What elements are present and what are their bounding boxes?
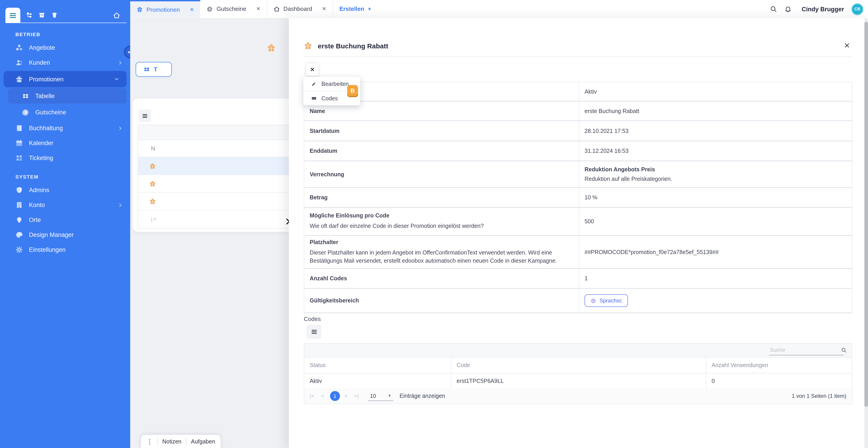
sidebar-item-admins[interactable]: Admins (0, 183, 130, 197)
detail-label: Enddatum (310, 148, 571, 154)
tree-icon[interactable] (26, 12, 33, 19)
sidebar-item-label: Buchhaltung (29, 125, 63, 132)
dock-divider (157, 438, 158, 445)
sidebar-item-label: Konto (29, 202, 45, 209)
pagination-last-button[interactable]: >| (354, 393, 359, 399)
palette-icon (16, 231, 23, 239)
context-menu-close-button[interactable]: ✕ (306, 63, 319, 76)
table-pagination: |< (138, 210, 289, 228)
detail-label-cell: Gültigkeitsbereich (304, 289, 579, 312)
sidebar-item-promotionen[interactable]: Promotionen (4, 71, 127, 87)
sidebar-item-label: Promotionen (29, 76, 64, 83)
shortcut-badge: B (347, 85, 358, 96)
pagination-next-button[interactable]: > (344, 393, 348, 399)
tab-bar: Promotionen✕$Gutscheine✕Dashboard✕Erstel… (130, 0, 378, 18)
tab-close-icon[interactable]: ✕ (256, 6, 260, 12)
sidebar-item-angebote[interactable]: Angebote (0, 40, 130, 55)
tab-dashboard[interactable]: Dashboard✕ (267, 0, 333, 18)
tab-close-icon[interactable]: ✕ (322, 6, 326, 12)
sidebar-item-label: Einstellungen (29, 246, 66, 253)
sidebar-item-kalender[interactable]: Kalender (0, 136, 130, 151)
avatar[interactable]: CB (851, 3, 864, 15)
gift-icon (149, 180, 156, 187)
codes-pagination: |< < 1 > >| 10 ▼ Einträge anzeigen 1 von… (304, 388, 852, 404)
sidebar-item-gutscheine[interactable]: $Gutscheine (8, 104, 127, 120)
codes-cell: erst1TPC5P6A9LL (451, 374, 706, 388)
language-scope-chip[interactable]: Sprachsc (585, 294, 628, 307)
sidebar-item-ticketing[interactable]: Ticketing (0, 151, 130, 165)
menu-item-label: Codes (321, 95, 338, 101)
chevron-right-icon (118, 60, 123, 65)
sidebar-item-orte[interactable]: Orte (0, 213, 130, 227)
detail-value-cell: 28.10.2021 17:53 (579, 121, 852, 140)
detail-value-cell: 500 (579, 208, 852, 235)
search-icon[interactable] (841, 347, 847, 353)
background-page: T N |< (130, 18, 289, 448)
gift-icon (16, 75, 23, 83)
tab-erstellen[interactable]: Erstellen+ (333, 0, 378, 18)
codes-column-header: Code (451, 358, 706, 373)
bell-icon[interactable] (784, 5, 792, 13)
table-icon (143, 66, 150, 73)
panel-collapse-chevron-icon[interactable] (284, 218, 289, 225)
sidebar-item-label: Design Manager (29, 231, 74, 238)
detail-value-cell: 31.12.2024 16:53 (579, 141, 852, 160)
detail-value: ##PROMOCODE*promotion_f0e72a78e5ef_55139… (585, 249, 846, 255)
detail-row: Nameerste Buchung Rabatt (304, 102, 852, 121)
codes-table: StatusCodeAnzahl Verwendungen Aktiverst1… (304, 343, 852, 404)
promotion-detail-panel: erste Buchung Rabatt ✕ B BearbeitenCodes… (289, 18, 868, 448)
pagination-page-button[interactable]: 1 (330, 391, 340, 401)
sidebar-item-label: Kalender (29, 140, 53, 147)
trash-icon[interactable] (51, 12, 58, 19)
codes-table-row[interactable]: Aktiverst1TPC5P6A9LL0 (304, 374, 852, 388)
pencil-icon (311, 81, 317, 87)
detail-value: Aktiv (585, 88, 846, 95)
coupon-icon (311, 95, 317, 101)
detail-row: Mögliche Einlösung pro CodeWie oft darf … (304, 208, 852, 236)
sidebar-item-design-manager[interactable]: Design Manager (0, 227, 130, 242)
hamburger-icon (311, 329, 317, 335)
sidebar-item-tabelle[interactable]: Tabelle (8, 88, 127, 103)
detail-value-cell: 10 % (579, 188, 852, 207)
resize-arrows-icon (127, 49, 130, 55)
scrollbar-thumb[interactable] (864, 22, 868, 407)
sidebar-menu-button[interactable] (5, 8, 20, 23)
codes-search-input[interactable] (769, 346, 841, 354)
page-size-select[interactable]: 10 ▼ (368, 391, 393, 401)
detail-value: 500 (585, 218, 846, 225)
panel-close-icon[interactable] (844, 42, 850, 49)
dock-dots-icon[interactable]: ⋮ (147, 438, 153, 445)
codes-table-toolbar (304, 344, 852, 358)
shield-icon (16, 186, 23, 194)
home-icon[interactable] (113, 12, 120, 19)
codes-menu-button[interactable] (307, 325, 321, 339)
detail-label-cell: PlatzhalterDieser Platzhalter kann in je… (304, 236, 579, 268)
pagination-first-button[interactable]: |< (310, 393, 315, 399)
sidebar-item-konto[interactable]: Konto (0, 197, 130, 213)
promotions-table: N |< (138, 125, 289, 229)
panel-header: erste Buchung Rabatt (304, 41, 388, 50)
gift-icon (149, 162, 156, 169)
search-icon[interactable] (770, 5, 777, 13)
sidebar-item-buchhaltung[interactable]: Buchhaltung (0, 121, 130, 136)
table-row[interactable] (138, 193, 289, 210)
user-name[interactable]: Cindy Brugger (802, 6, 844, 12)
table-row[interactable] (138, 157, 289, 175)
chevron-right-icon (118, 125, 123, 131)
gift-icon (136, 6, 143, 13)
table-row[interactable] (138, 175, 289, 193)
home-icon (274, 6, 280, 12)
tab-gutscheine[interactable]: $Gutscheine✕ (200, 0, 267, 18)
dock-item-aufgaben[interactable]: Aufgaben (191, 438, 215, 445)
pagination-prev-button[interactable]: < (321, 393, 324, 399)
radio-icon (590, 298, 596, 303)
tab-promotionen[interactable]: Promotionen✕ (130, 0, 200, 18)
dock-item-notizen[interactable]: Notizen (162, 438, 182, 445)
scrollbar[interactable] (864, 18, 868, 448)
sidebar-item-einstellungen[interactable]: Einstellungen (0, 242, 130, 257)
tabelle-view-button[interactable]: T (135, 62, 172, 77)
archive-icon[interactable] (38, 12, 45, 19)
sidebar-item-kunden[interactable]: Kunden (0, 55, 130, 70)
tab-close-icon[interactable]: ✕ (190, 6, 194, 12)
table-menu-button[interactable] (139, 109, 151, 122)
